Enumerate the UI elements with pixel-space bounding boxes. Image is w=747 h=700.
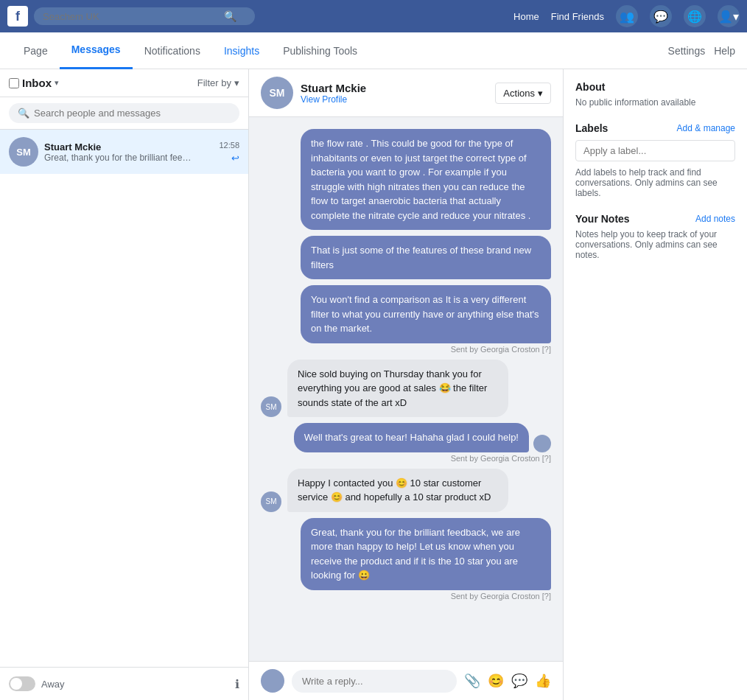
received-avatar: SM bbox=[261, 396, 281, 417]
msg-bubble: Happy I contacted you 😊 10 star customer… bbox=[287, 469, 508, 512]
msg-row: You won't find a comparison as It is a v… bbox=[261, 285, 551, 354]
tab-help[interactable]: Help bbox=[714, 45, 735, 57]
filter-by[interactable]: Filter by ▾ bbox=[197, 77, 239, 88]
received-avatar: SM bbox=[261, 491, 281, 512]
inbox-label: Inbox bbox=[22, 77, 52, 89]
add-manage-link[interactable]: Add & manage bbox=[677, 123, 735, 133]
about-text: No public information available bbox=[575, 97, 735, 108]
toggle-switch[interactable] bbox=[9, 676, 35, 691]
inbox-dropdown-icon[interactable]: ▾ bbox=[55, 78, 59, 88]
msg-row-received: SM Nice sold buying on Thursday thank yo… bbox=[261, 360, 551, 418]
chat-icon[interactable]: 💬 bbox=[650, 5, 672, 27]
search-bar: 🔍 bbox=[34, 7, 255, 25]
account-icon[interactable]: 👤▾ bbox=[718, 5, 740, 27]
label-input[interactable] bbox=[583, 145, 727, 156]
top-nav: f 🔍 Home Find Friends 👥 💬 🌐 👤▾ bbox=[0, 0, 747, 32]
search-people-icon: 🔍 bbox=[18, 108, 29, 119]
tab-messages[interactable]: Messages bbox=[60, 32, 133, 69]
msg-bubble: the flow rate . This could be good for t… bbox=[301, 129, 551, 230]
conv-name: Stuart Mckie bbox=[44, 141, 213, 153]
notes-title: Your Notes bbox=[575, 213, 630, 225]
chat-input-area: 📎 😊 💬 👍 bbox=[249, 661, 563, 700]
about-title: About bbox=[575, 81, 735, 93]
conv-preview: Great, thank you for the brilliant feedb… bbox=[44, 153, 192, 163]
chat-user-name: Stuart Mckie bbox=[301, 82, 366, 94]
tab-publishing-tools[interactable]: Publishing Tools bbox=[271, 32, 369, 69]
msg-meta: Sent by Georgia Croston [?] bbox=[451, 454, 551, 463]
about-section: About No public information available bbox=[575, 81, 735, 108]
labels-section: Labels Add & manage Add labels to help t… bbox=[575, 122, 735, 198]
conv-time: 12:58 bbox=[219, 141, 239, 150]
msg-meta: Sent by Georgia Croston [?] bbox=[451, 345, 551, 354]
tab-page[interactable]: Page bbox=[12, 32, 60, 69]
chat-messages: the flow rate . This could be good for t… bbox=[249, 117, 563, 661]
left-bottom: Away ℹ bbox=[0, 667, 248, 700]
msg-row-received: SM Happy I contacted you 😊 10 star custo… bbox=[261, 469, 551, 512]
search-box: 🔍 bbox=[0, 97, 248, 130]
notes-help-text: Notes help you to keep track of your con… bbox=[575, 229, 735, 260]
msg-row: Well that's great to hear! Hahaha glad I… bbox=[261, 423, 551, 463]
msg-bubble: That is just some of the features of the… bbox=[301, 236, 551, 279]
fb-logo[interactable]: f bbox=[7, 6, 28, 27]
search-icon: 🔍 bbox=[224, 10, 236, 22]
chat-input-logo bbox=[261, 669, 284, 693]
labels-title: Labels bbox=[575, 122, 608, 134]
left-sidebar: Inbox ▾ Filter by ▾ 🔍 SM Stuart Mckie Gr… bbox=[0, 69, 249, 700]
chat-area: SM Stuart Mckie View Profile Actions ▾ t… bbox=[249, 69, 563, 700]
view-profile-link[interactable]: View Profile bbox=[301, 94, 366, 105]
tab-notifications[interactable]: Notifications bbox=[133, 32, 212, 69]
actions-dropdown-icon: ▾ bbox=[538, 88, 543, 99]
add-notes-link[interactable]: Add notes bbox=[695, 214, 735, 224]
info-icon[interactable]: ℹ bbox=[235, 677, 239, 691]
sent-avatar-small bbox=[533, 435, 551, 452]
nav-home[interactable]: Home bbox=[513, 11, 539, 22]
globe-icon[interactable]: 🌐 bbox=[684, 5, 706, 27]
msg-bubble: Well that's great to hear! Hahaha glad I… bbox=[294, 423, 529, 452]
chat-header: SM Stuart Mckie View Profile Actions ▾ bbox=[249, 69, 563, 117]
friends-icon[interactable]: 👥 bbox=[616, 5, 638, 27]
reply-input[interactable] bbox=[292, 670, 457, 693]
tab-settings[interactable]: Settings bbox=[668, 45, 706, 57]
toggle-knob bbox=[10, 678, 22, 690]
attachment-icon[interactable]: 📎 bbox=[464, 673, 480, 689]
search-people-input[interactable] bbox=[34, 108, 231, 119]
emoji-icon[interactable]: 😊 bbox=[488, 673, 504, 689]
away-label: Away bbox=[41, 679, 65, 690]
msg-bubble: You won't find a comparison as It is a v… bbox=[301, 285, 551, 343]
chat-avatar: SM bbox=[261, 77, 293, 109]
page-tabs: Page Messages Notifications Insights Pub… bbox=[0, 32, 747, 69]
search-input[interactable] bbox=[43, 11, 220, 22]
like-icon[interactable]: 👍 bbox=[535, 673, 551, 689]
tab-insights[interactable]: Insights bbox=[212, 32, 271, 69]
inbox-header: Inbox ▾ Filter by ▾ bbox=[0, 69, 248, 97]
msg-bubble: Great, thank you for the brilliant feedb… bbox=[301, 518, 551, 590]
msg-bubble: Nice sold buying on Thursday thank you f… bbox=[287, 360, 508, 418]
inbox-checkbox[interactable] bbox=[9, 78, 19, 88]
msg-row: That is just some of the features of the… bbox=[261, 236, 551, 279]
msg-row: the flow rate . This could be good for t… bbox=[261, 129, 551, 230]
conv-item[interactable]: SM Stuart Mckie Great, thank you for the… bbox=[0, 130, 248, 174]
msg-row: Great, thank you for the brilliant feedb… bbox=[261, 518, 551, 601]
msg-meta: Sent by Georgia Croston [?] bbox=[451, 592, 551, 601]
reply-icon: ↩ bbox=[231, 153, 239, 164]
sticker-icon[interactable]: 💬 bbox=[511, 673, 527, 689]
away-toggle[interactable]: Away bbox=[9, 676, 65, 691]
filter-by-label: Filter by bbox=[197, 77, 231, 88]
avatar: SM bbox=[9, 137, 38, 167]
label-input-wrap[interactable] bbox=[575, 140, 735, 161]
main-layout: Inbox ▾ Filter by ▾ 🔍 SM Stuart Mckie Gr… bbox=[0, 69, 747, 700]
conversation-list: SM Stuart Mckie Great, thank you for the… bbox=[0, 130, 248, 667]
filter-dropdown-icon: ▾ bbox=[234, 77, 239, 88]
labels-help-text: Add labels to help track and find conver… bbox=[575, 167, 735, 198]
actions-button[interactable]: Actions ▾ bbox=[495, 83, 551, 104]
nav-find-friends[interactable]: Find Friends bbox=[551, 11, 604, 22]
right-sidebar: About No public information available La… bbox=[563, 69, 747, 700]
notes-section: Your Notes Add notes Notes help you to k… bbox=[575, 213, 735, 260]
